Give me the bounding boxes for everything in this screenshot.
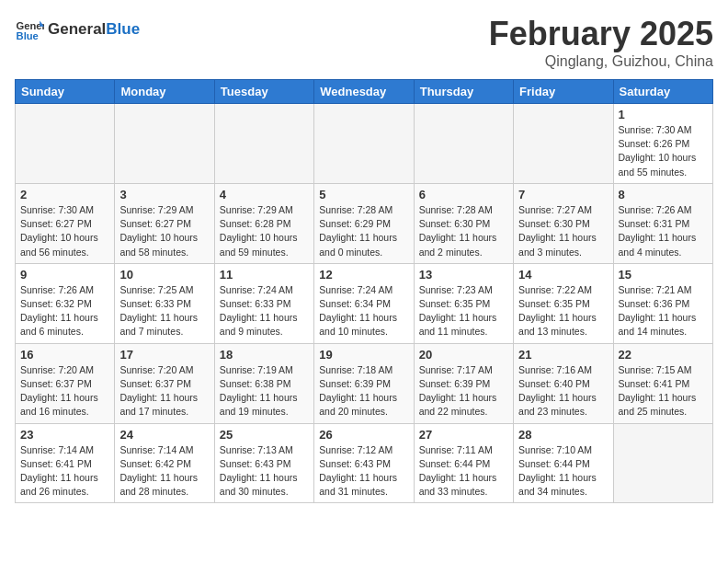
- day-info: Sunrise: 7:11 AM Sunset: 6:44 PM Dayligh…: [419, 443, 508, 500]
- svg-text:Blue: Blue: [17, 30, 39, 41]
- col-saturday: Saturday: [613, 80, 712, 104]
- table-row: 17Sunrise: 7:20 AM Sunset: 6:37 PM Dayli…: [115, 343, 214, 423]
- table-row: [115, 104, 214, 184]
- day-info: Sunrise: 7:26 AM Sunset: 6:32 PM Dayligh…: [20, 283, 109, 339]
- table-row: 24Sunrise: 7:14 AM Sunset: 6:42 PM Dayli…: [115, 423, 214, 503]
- table-row: 15Sunrise: 7:21 AM Sunset: 6:36 PM Dayli…: [613, 263, 712, 343]
- day-number: 24: [119, 428, 209, 442]
- table-row: 10Sunrise: 7:25 AM Sunset: 6:33 PM Dayli…: [115, 263, 214, 343]
- day-number: 11: [220, 268, 309, 282]
- table-row: 18Sunrise: 7:19 AM Sunset: 6:38 PM Dayli…: [214, 343, 313, 423]
- day-number: 5: [319, 188, 408, 201]
- calendar-table: Sunday Monday Tuesday Wednesday Thursday…: [15, 79, 713, 503]
- day-info: Sunrise: 7:26 AM Sunset: 6:31 PM Dayligh…: [619, 203, 708, 259]
- table-row: 28Sunrise: 7:10 AM Sunset: 6:44 PM Dayli…: [514, 423, 613, 503]
- day-number: 14: [518, 268, 608, 282]
- calendar-title: February 2025: [489, 15, 713, 53]
- calendar-week-row: 2Sunrise: 7:30 AM Sunset: 6:27 PM Daylig…: [16, 183, 713, 263]
- day-info: Sunrise: 7:14 AM Sunset: 6:42 PM Dayligh…: [119, 443, 209, 500]
- day-info: Sunrise: 7:24 AM Sunset: 6:33 PM Dayligh…: [220, 283, 309, 339]
- day-number: 25: [220, 428, 309, 442]
- table-row: 13Sunrise: 7:23 AM Sunset: 6:35 PM Dayli…: [414, 263, 513, 343]
- calendar-header-row: Sunday Monday Tuesday Wednesday Thursday…: [16, 80, 713, 104]
- day-info: Sunrise: 7:21 AM Sunset: 6:36 PM Dayligh…: [619, 283, 708, 339]
- day-info: Sunrise: 7:30 AM Sunset: 6:27 PM Dayligh…: [20, 203, 109, 259]
- day-info: Sunrise: 7:18 AM Sunset: 6:39 PM Dayligh…: [319, 363, 408, 419]
- day-number: 4: [220, 188, 309, 201]
- day-info: Sunrise: 7:10 AM Sunset: 6:44 PM Dayligh…: [518, 443, 608, 500]
- table-row: 6Sunrise: 7:28 AM Sunset: 6:30 PM Daylig…: [414, 183, 513, 263]
- table-row: 22Sunrise: 7:15 AM Sunset: 6:41 PM Dayli…: [613, 343, 712, 423]
- day-info: Sunrise: 7:17 AM Sunset: 6:39 PM Dayligh…: [419, 363, 508, 419]
- table-row: 4Sunrise: 7:29 AM Sunset: 6:28 PM Daylig…: [214, 183, 313, 263]
- day-info: Sunrise: 7:29 AM Sunset: 6:27 PM Dayligh…: [119, 203, 209, 259]
- day-number: 27: [419, 428, 508, 442]
- day-number: 2: [20, 188, 109, 201]
- table-row: [414, 104, 513, 184]
- col-thursday: Thursday: [414, 80, 513, 104]
- table-row: 20Sunrise: 7:17 AM Sunset: 6:39 PM Dayli…: [414, 343, 513, 423]
- page-header: General Blue GeneralBlue February 2025 Q…: [15, 15, 713, 70]
- day-number: 20: [419, 348, 508, 362]
- table-row: 27Sunrise: 7:11 AM Sunset: 6:44 PM Dayli…: [414, 423, 513, 503]
- day-info: Sunrise: 7:19 AM Sunset: 6:38 PM Dayligh…: [220, 363, 309, 419]
- day-info: Sunrise: 7:22 AM Sunset: 6:35 PM Dayligh…: [518, 283, 608, 339]
- calendar-week-row: 23Sunrise: 7:14 AM Sunset: 6:41 PM Dayli…: [16, 423, 713, 503]
- day-info: Sunrise: 7:28 AM Sunset: 6:29 PM Dayligh…: [319, 203, 408, 259]
- day-number: 16: [20, 348, 109, 362]
- day-number: 19: [319, 348, 408, 362]
- day-number: 12: [319, 268, 408, 282]
- day-info: Sunrise: 7:24 AM Sunset: 6:34 PM Dayligh…: [319, 283, 408, 339]
- day-number: 15: [619, 268, 708, 282]
- table-row: 14Sunrise: 7:22 AM Sunset: 6:35 PM Dayli…: [514, 263, 613, 343]
- table-row: 12Sunrise: 7:24 AM Sunset: 6:34 PM Dayli…: [314, 263, 414, 343]
- day-number: 28: [518, 428, 608, 442]
- table-row: 11Sunrise: 7:24 AM Sunset: 6:33 PM Dayli…: [214, 263, 313, 343]
- day-info: Sunrise: 7:12 AM Sunset: 6:43 PM Dayligh…: [319, 443, 408, 500]
- day-info: Sunrise: 7:25 AM Sunset: 6:33 PM Dayligh…: [119, 283, 209, 339]
- table-row: 7Sunrise: 7:27 AM Sunset: 6:30 PM Daylig…: [514, 183, 613, 263]
- table-row: 19Sunrise: 7:18 AM Sunset: 6:39 PM Dayli…: [314, 343, 414, 423]
- table-row: 23Sunrise: 7:14 AM Sunset: 6:41 PM Dayli…: [16, 423, 115, 503]
- table-row: 16Sunrise: 7:20 AM Sunset: 6:37 PM Dayli…: [16, 343, 115, 423]
- day-number: 9: [20, 268, 109, 282]
- col-sunday: Sunday: [16, 80, 115, 104]
- day-info: Sunrise: 7:15 AM Sunset: 6:41 PM Dayligh…: [619, 363, 708, 419]
- table-row: [214, 104, 313, 184]
- col-wednesday: Wednesday: [314, 80, 414, 104]
- day-info: Sunrise: 7:30 AM Sunset: 6:26 PM Dayligh…: [619, 123, 708, 179]
- day-number: 10: [119, 268, 209, 282]
- day-number: 23: [20, 428, 109, 442]
- title-block: February 2025 Qinglang, Guizhou, China: [489, 15, 713, 70]
- day-info: Sunrise: 7:16 AM Sunset: 6:40 PM Dayligh…: [518, 363, 608, 419]
- table-row: [613, 423, 712, 503]
- table-row: 5Sunrise: 7:28 AM Sunset: 6:29 PM Daylig…: [314, 183, 414, 263]
- day-number: 7: [518, 188, 608, 201]
- calendar-location: Qinglang, Guizhou, China: [489, 53, 713, 70]
- day-info: Sunrise: 7:29 AM Sunset: 6:28 PM Dayligh…: [220, 203, 309, 259]
- table-row: 21Sunrise: 7:16 AM Sunset: 6:40 PM Dayli…: [514, 343, 613, 423]
- day-number: 3: [119, 188, 209, 201]
- day-number: 21: [518, 348, 608, 362]
- logo-blue: Blue: [106, 20, 140, 38]
- day-number: 6: [419, 188, 508, 201]
- table-row: 9Sunrise: 7:26 AM Sunset: 6:32 PM Daylig…: [16, 263, 115, 343]
- table-row: [514, 104, 613, 184]
- logo: General Blue GeneralBlue: [15, 15, 140, 44]
- table-row: 1Sunrise: 7:30 AM Sunset: 6:26 PM Daylig…: [613, 104, 712, 184]
- day-number: 8: [619, 188, 708, 201]
- logo-icon: General Blue: [15, 15, 44, 44]
- table-row: [16, 104, 115, 184]
- table-row: 25Sunrise: 7:13 AM Sunset: 6:43 PM Dayli…: [214, 423, 313, 503]
- day-number: 22: [619, 348, 708, 362]
- col-tuesday: Tuesday: [214, 80, 313, 104]
- calendar-week-row: 16Sunrise: 7:20 AM Sunset: 6:37 PM Dayli…: [16, 343, 713, 423]
- day-info: Sunrise: 7:13 AM Sunset: 6:43 PM Dayligh…: [220, 443, 309, 500]
- day-info: Sunrise: 7:28 AM Sunset: 6:30 PM Dayligh…: [419, 203, 508, 259]
- table-row: 8Sunrise: 7:26 AM Sunset: 6:31 PM Daylig…: [613, 183, 712, 263]
- table-row: [314, 104, 414, 184]
- day-number: 18: [220, 348, 309, 362]
- table-row: 26Sunrise: 7:12 AM Sunset: 6:43 PM Dayli…: [314, 423, 414, 503]
- day-info: Sunrise: 7:14 AM Sunset: 6:41 PM Dayligh…: [20, 443, 109, 500]
- day-number: 1: [619, 108, 708, 121]
